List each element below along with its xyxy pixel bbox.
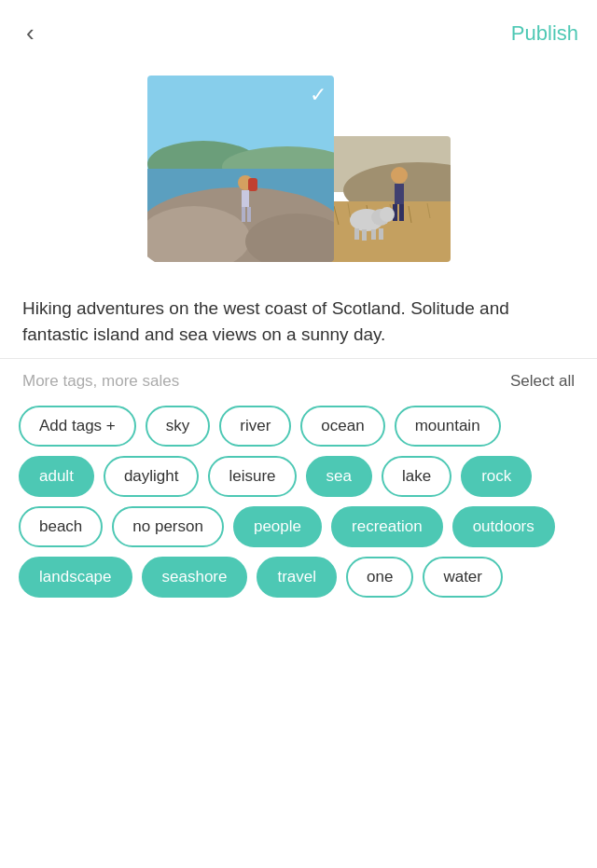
tag-water[interactable]: water: [423, 557, 503, 598]
tag-one[interactable]: one: [346, 557, 413, 598]
svg-rect-30: [371, 229, 376, 240]
svg-rect-10: [242, 207, 245, 222]
tag-leisure[interactable]: leisure: [208, 456, 296, 497]
photo-section: ✓: [0, 66, 597, 281]
secondary-photo[interactable]: [325, 136, 451, 262]
tag-mountain[interactable]: mountain: [395, 406, 501, 447]
tag-daylight[interactable]: daylight: [104, 456, 200, 497]
tag-no-person[interactable]: no person: [112, 506, 224, 547]
svg-point-21: [391, 167, 408, 184]
tag-travel[interactable]: travel: [257, 557, 337, 598]
add-tags-button[interactable]: Add tags +: [19, 406, 136, 447]
selected-checkmark: ✓: [310, 83, 326, 107]
svg-point-27: [380, 207, 395, 222]
svg-rect-28: [354, 228, 359, 240]
tag-recreation[interactable]: recreation: [331, 506, 443, 547]
tag-people[interactable]: people: [233, 506, 322, 547]
svg-rect-24: [399, 204, 404, 221]
tag-sky[interactable]: sky: [146, 406, 211, 447]
tag-river[interactable]: river: [219, 406, 291, 447]
tag-outdoors[interactable]: outdoors: [452, 506, 555, 547]
header: ‹ Publish: [0, 0, 597, 66]
tag-sea[interactable]: sea: [306, 456, 372, 497]
tags-subtitle: More tags, more sales: [22, 372, 179, 391]
svg-rect-9: [242, 190, 249, 207]
select-all-button[interactable]: Select all: [510, 372, 575, 391]
tags-container: Add tags + skyriveroceanmountainadultday…: [0, 400, 597, 616]
main-photo[interactable]: ✓: [147, 76, 334, 262]
tag-beach[interactable]: beach: [19, 506, 103, 547]
tag-lake[interactable]: lake: [382, 456, 451, 497]
tag-rock[interactable]: rock: [461, 456, 532, 497]
tag-adult[interactable]: adult: [19, 456, 94, 497]
description-text: Hiking adventures on the west coast of S…: [0, 281, 597, 359]
svg-rect-8: [248, 178, 257, 191]
back-button[interactable]: ‹: [19, 15, 42, 51]
svg-rect-29: [362, 229, 367, 241]
publish-button[interactable]: Publish: [511, 21, 578, 46]
tag-ocean[interactable]: ocean: [300, 406, 384, 447]
svg-rect-11: [247, 207, 251, 222]
svg-rect-31: [379, 228, 383, 240]
tag-seashore[interactable]: seashore: [142, 557, 248, 598]
svg-rect-22: [395, 184, 404, 204]
tags-header: More tags, more sales Select all: [0, 359, 597, 400]
tag-landscape[interactable]: landscape: [19, 557, 132, 598]
